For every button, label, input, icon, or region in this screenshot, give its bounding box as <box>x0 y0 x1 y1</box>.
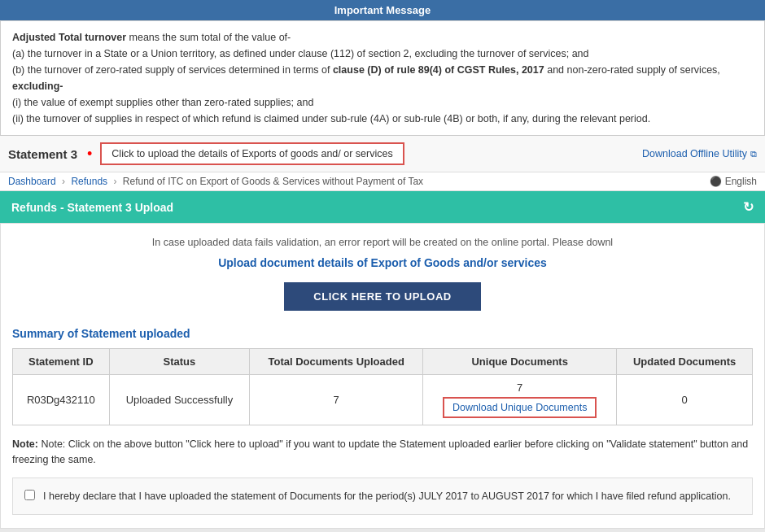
upload-subtitle: Upload document details of Export of Goo… <box>12 256 753 269</box>
breadcrumb-refunds[interactable]: Refunds <box>71 176 107 187</box>
breadcrumb: Dashboard › Refunds › Refund of ITC on E… <box>8 176 423 187</box>
statement-left: Statement 3 • Click to upload the detail… <box>8 142 404 165</box>
main-content: In case uploaded data fails validation, … <box>0 223 765 529</box>
section-header: Refunds - Statement 3 Upload ↻ <box>0 191 765 223</box>
declaration-text: I hereby declare that I have uploaded th… <box>43 488 731 504</box>
cell-status: Uploaded Successfully <box>109 375 250 425</box>
col-updated-docs: Updated Documents <box>617 349 753 375</box>
unique-docs-value: 7 <box>431 382 608 394</box>
click-here-to-upload-button[interactable]: CLICK HERE TO UPLOAD <box>284 282 480 311</box>
download-unique-documents-button[interactable]: Download Unique Documents <box>443 397 597 418</box>
cell-unique-docs: 7 Download Unique Documents <box>423 375 617 425</box>
language-selector[interactable]: ⚫ English <box>710 176 757 187</box>
body-line-i: (i) the value of exempt supplies other t… <box>12 94 753 111</box>
body-line-b: (b) the turnover of zero-rated supply of… <box>12 62 753 78</box>
upload-details-button[interactable]: Click to upload the details of Exports o… <box>100 142 404 165</box>
summary-title: Summary of Statement uploaded <box>12 327 753 340</box>
statement-dot: • <box>87 146 92 163</box>
info-text: In case uploaded data fails validation, … <box>12 237 753 248</box>
important-message-body: Adjusted Total turnover means the sum to… <box>0 20 765 136</box>
cell-total-docs: 7 <box>250 375 423 425</box>
breadcrumb-bar: Dashboard › Refunds › Refund of ITC on E… <box>0 172 765 191</box>
body-line-ii: (ii) the turnover of supplies in respect… <box>12 111 753 127</box>
summary-table: Statement ID Status Total Documents Uplo… <box>12 348 753 425</box>
breadcrumb-sep-1: › <box>62 176 65 187</box>
declaration-box: I hereby declare that I have uploaded th… <box>12 477 753 515</box>
table-row: R03Dg432110 Uploaded Successfully 7 7 Do… <box>13 375 753 425</box>
col-status: Status <box>109 349 250 375</box>
globe-icon: ⚫ <box>710 176 722 187</box>
external-link-icon: ⧉ <box>750 149 757 159</box>
col-total-docs: Total Documents Uploaded <box>250 349 423 375</box>
body-line-a: (a) the turnover in a State or a Union t… <box>12 46 753 62</box>
section-title: Refunds - Statement 3 Upload <box>11 201 173 214</box>
cell-statement-id: R03Dg432110 <box>13 375 110 425</box>
col-statement-id: Statement ID <box>13 349 110 375</box>
cell-updated-docs: 0 <box>617 375 753 425</box>
download-offline-utility-link[interactable]: Download Offline Utility ⧉ <box>642 148 757 159</box>
breadcrumb-dashboard[interactable]: Dashboard <box>8 176 56 187</box>
statement-title: Statement 3 <box>8 147 77 161</box>
breadcrumb-current: Refund of ITC on Export of Goods & Servi… <box>123 176 423 187</box>
important-message-header: Important Message <box>0 0 765 20</box>
declaration-checkbox[interactable] <box>24 490 35 500</box>
note-text: Note: Note: Click on the above button "C… <box>12 437 753 468</box>
col-unique-docs: Unique Documents <box>423 349 617 375</box>
statement-bar: Statement 3 • Click to upload the detail… <box>0 136 765 172</box>
breadcrumb-sep-2: › <box>113 176 116 187</box>
upload-btn-container: CLICK HERE TO UPLOAD <box>12 282 753 311</box>
table-header-row: Statement ID Status Total Documents Uplo… <box>13 349 753 375</box>
refresh-icon[interactable]: ↻ <box>743 199 754 215</box>
